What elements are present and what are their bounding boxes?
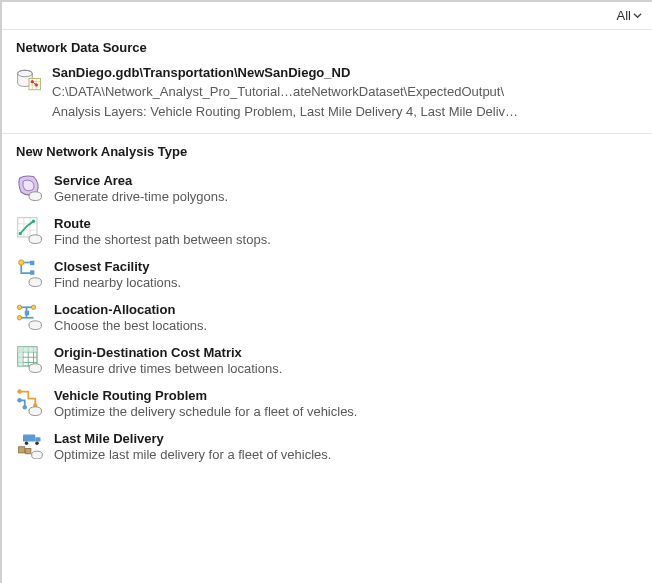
analysis-text: Route Find the shortest path between sto… (54, 216, 638, 247)
datasource-layers: Analysis Layers: Vehicle Routing Problem… (52, 102, 638, 122)
svg-rect-47 (35, 437, 40, 441)
geodatabase-network-icon (16, 67, 42, 93)
svg-point-41 (17, 389, 21, 393)
svg-point-26 (17, 305, 21, 309)
svg-point-16 (19, 232, 23, 236)
svg-point-44 (23, 405, 27, 409)
analysis-item-closest-facility[interactable]: Closest Facility Find nearby locations. (2, 253, 652, 296)
network-datasource-item[interactable]: SanDiego.gdb\Transportation\NewSanDiego_… (2, 61, 652, 127)
svg-point-17 (32, 220, 36, 224)
analysis-desc: Optimize last mile delivery for a fleet … (54, 447, 638, 462)
analysis-title: Origin-Destination Cost Matrix (54, 345, 638, 360)
analysis-desc: Measure drive times between locations. (54, 361, 638, 376)
section-header-analysis: New Network Analysis Type (2, 134, 652, 165)
analysis-text: Vehicle Routing Problem Optimize the del… (54, 388, 638, 419)
filter-dropdown[interactable]: All (617, 8, 642, 23)
section-header-datasource: Network Data Source (2, 30, 652, 61)
analysis-type-list: Service Area Generate drive-time polygon… (2, 165, 652, 474)
analysis-desc: Choose the best locations. (54, 318, 638, 333)
analysis-item-od-cost-matrix[interactable]: Origin-Destination Cost Matrix Measure d… (2, 339, 652, 382)
filter-label: All (617, 8, 631, 23)
analysis-desc: Find nearby locations. (54, 275, 638, 290)
svg-rect-39 (18, 347, 37, 352)
closest-facility-icon (16, 259, 44, 287)
analysis-title: Location-Allocation (54, 302, 638, 317)
svg-rect-46 (23, 435, 35, 442)
analysis-item-location-allocation[interactable]: Location-Allocation Choose the best loca… (2, 296, 652, 339)
svg-rect-50 (19, 447, 25, 453)
route-icon (16, 216, 44, 244)
svg-point-49 (35, 442, 39, 446)
service-area-icon (16, 173, 44, 201)
vehicle-routing-problem-icon (16, 388, 44, 416)
analysis-title: Last Mile Delivery (54, 431, 638, 446)
analysis-item-vehicle-routing-problem[interactable]: Vehicle Routing Problem Optimize the del… (2, 382, 652, 425)
last-mile-delivery-icon (16, 431, 44, 459)
analysis-title: Vehicle Routing Problem (54, 388, 638, 403)
chevron-down-icon (633, 11, 642, 20)
svg-point-21 (19, 260, 24, 265)
datasource-title: SanDiego.gdb\Transportation\NewSanDiego_… (52, 65, 638, 80)
svg-point-28 (17, 316, 21, 320)
od-cost-matrix-icon (16, 345, 44, 373)
svg-point-43 (17, 398, 21, 402)
datasource-text: SanDiego.gdb\Transportation\NewSanDiego_… (52, 65, 638, 121)
svg-rect-51 (26, 449, 31, 454)
analysis-text: Last Mile Delivery Optimize last mile de… (54, 431, 638, 462)
analysis-text: Closest Facility Find nearby locations. (54, 259, 638, 290)
analysis-desc: Generate drive-time polygons. (54, 189, 638, 204)
analysis-text: Location-Allocation Choose the best loca… (54, 302, 638, 333)
top-bar: All (2, 2, 652, 30)
svg-rect-19 (30, 261, 34, 265)
svg-rect-20 (30, 270, 34, 274)
datasource-path: C:\DATA\Network_Analyst_Pro_Tutorial…ate… (52, 82, 638, 102)
analysis-desc: Optimize the delivery schedule for a fle… (54, 404, 638, 419)
svg-rect-29 (25, 311, 29, 315)
analysis-title: Service Area (54, 173, 638, 188)
analysis-item-route[interactable]: Route Find the shortest path between sto… (2, 210, 652, 253)
svg-point-48 (25, 442, 29, 446)
analysis-text: Origin-Destination Cost Matrix Measure d… (54, 345, 638, 376)
analysis-desc: Find the shortest path between stops. (54, 232, 638, 247)
analysis-item-service-area[interactable]: Service Area Generate drive-time polygon… (2, 167, 652, 210)
analysis-item-last-mile-delivery[interactable]: Last Mile Delivery Optimize last mile de… (2, 425, 652, 468)
location-allocation-icon (16, 302, 44, 330)
analysis-title: Closest Facility (54, 259, 638, 274)
analysis-text: Service Area Generate drive-time polygon… (54, 173, 638, 204)
analysis-title: Route (54, 216, 638, 231)
svg-point-27 (31, 305, 35, 309)
